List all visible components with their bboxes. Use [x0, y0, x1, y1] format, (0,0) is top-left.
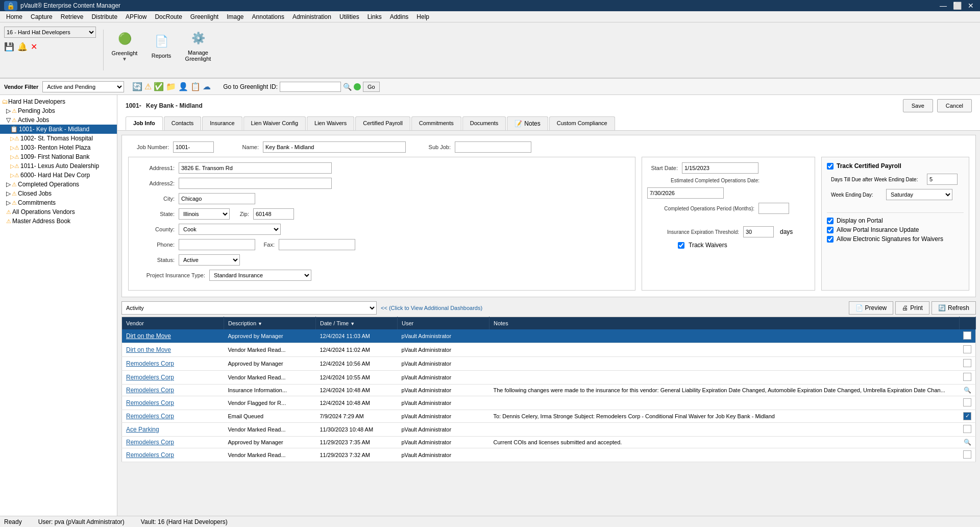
- vendor-link[interactable]: Remodelers Corp: [126, 387, 174, 394]
- menu-administration[interactable]: Administration: [288, 12, 335, 21]
- sidebar-item-all-vendors[interactable]: ⚠ All Operations Vendors: [0, 207, 117, 217]
- menu-annotations[interactable]: Annotations: [248, 12, 288, 21]
- dashboard-select[interactable]: Activity: [121, 301, 377, 315]
- row-checkbox[interactable]: ✓: [963, 412, 971, 420]
- tab-custom-compliance[interactable]: Custom Compliance: [549, 116, 615, 130]
- minimize-icon[interactable]: —: [938, 2, 949, 10]
- menu-apflow[interactable]: APFlow: [121, 12, 151, 21]
- tab-documents[interactable]: Documents: [462, 116, 506, 130]
- tab-job-info[interactable]: Job Info: [126, 116, 163, 130]
- tab-certified-payroll[interactable]: Certified Payroll: [355, 116, 410, 130]
- restore-icon[interactable]: ⬜: [951, 2, 964, 10]
- status-select[interactable]: Active Pending Closed: [179, 254, 240, 266]
- vendor-link[interactable]: Remodelers Corp: [126, 439, 174, 446]
- sidebar-item-1011[interactable]: ▷⚠ 1011- Lexus Auto Dealership: [0, 161, 117, 171]
- row-checkbox[interactable]: [963, 331, 971, 340]
- display-portal-checkbox[interactable]: [827, 218, 834, 224]
- save-icon[interactable]: 💾: [4, 42, 14, 52]
- sidebar-item-completed-ops[interactable]: ▷ ⚠ Completed Operations: [0, 180, 117, 189]
- menu-distribute[interactable]: Distribute: [87, 12, 121, 21]
- cancel-button[interactable]: Cancel: [937, 99, 972, 112]
- menu-addins[interactable]: Addins: [386, 12, 413, 21]
- row-search-icon[interactable]: 🔍: [964, 387, 971, 394]
- close-vault-icon[interactable]: ✕: [31, 42, 37, 52]
- menu-greenlight[interactable]: Greenlight: [186, 12, 223, 21]
- vendor-link[interactable]: Dirt on the Move: [126, 346, 171, 353]
- sidebar-item-1003[interactable]: ▷⚠ 1003- Renton Hotel Plaza: [0, 143, 117, 152]
- vendor-link[interactable]: Remodelers Corp: [126, 399, 174, 406]
- sidebar-item-commitments[interactable]: ▷ ⚠ Commitments: [0, 198, 117, 207]
- vendor-link[interactable]: Remodelers Corp: [126, 451, 174, 459]
- greenlight-id-input[interactable]: [280, 82, 341, 92]
- vendor-link[interactable]: Remodelers Corp: [126, 374, 174, 381]
- menu-capture[interactable]: Capture: [27, 12, 57, 21]
- vendor-link[interactable]: Dirt on the Move: [126, 332, 171, 340]
- preview-button[interactable]: 📄 Preview: [849, 301, 894, 315]
- tab-lien-waivers[interactable]: Lien Waivers: [307, 116, 354, 130]
- job-number-input[interactable]: [173, 141, 214, 153]
- week-ending-day-select[interactable]: Saturday Sunday Monday: [886, 189, 952, 200]
- cloud-filter-icon[interactable]: ☁: [203, 82, 211, 91]
- menu-help[interactable]: Help: [412, 12, 433, 21]
- fax-input[interactable]: [279, 239, 355, 250]
- state-select[interactable]: Illinois: [179, 208, 230, 220]
- vault-selector[interactable]: 16 - Hard Hat Developers: [4, 27, 96, 38]
- vendor-link[interactable]: Remodelers Corp: [126, 360, 174, 367]
- person-filter-icon[interactable]: 👤: [178, 82, 188, 91]
- menu-utilities[interactable]: Utilities: [335, 12, 363, 21]
- blue-filter-icon[interactable]: 📁: [166, 82, 176, 91]
- county-select[interactable]: Cook: [179, 224, 281, 235]
- menu-docroute[interactable]: DocRoute: [151, 12, 186, 21]
- doc-filter-icon[interactable]: 📋: [190, 82, 201, 91]
- phone-input[interactable]: [179, 239, 255, 250]
- refresh-button[interactable]: 🔄 Refresh: [932, 301, 976, 315]
- additional-dashboards-link[interactable]: << (Click to View Additional Dashboards): [381, 305, 482, 311]
- menu-retrieve[interactable]: Retrieve: [57, 12, 88, 21]
- insurance-threshold-input[interactable]: [743, 226, 774, 237]
- track-certified-checkbox[interactable]: [827, 163, 834, 170]
- sidebar-item-master-address[interactable]: ⚠ Master Address Book: [0, 217, 117, 226]
- allow-portal-checkbox[interactable]: [827, 227, 834, 233]
- print-button[interactable]: 🖨 Print: [895, 301, 929, 315]
- refresh-icon[interactable]: 🔄: [132, 82, 142, 91]
- sidebar-item-6000[interactable]: ▷⚠ 6000- Hard Hat Dev Corp: [0, 171, 117, 180]
- tab-lien-waiver-config[interactable]: Lien Waiver Config: [243, 116, 306, 130]
- row-search-icon[interactable]: 🔍: [964, 439, 971, 446]
- est-completed-input[interactable]: [647, 187, 724, 199]
- toolbar-manage-greenlight-btn[interactable]: ⚙️ Manage Greenlight: [180, 25, 216, 65]
- green-filter-icon[interactable]: ✅: [154, 82, 164, 91]
- project-insurance-select[interactable]: Standard Insurance: [209, 270, 311, 281]
- track-waivers-checkbox[interactable]: [678, 242, 684, 249]
- days-till-due-input[interactable]: [927, 174, 958, 185]
- vendor-link[interactable]: Ace Parking: [126, 426, 159, 433]
- save-button[interactable]: Save: [903, 99, 933, 112]
- zip-input[interactable]: [253, 208, 294, 220]
- sidebar-item-pending-jobs[interactable]: ▷ ⚠ Pending Jobs: [0, 106, 117, 115]
- name-input[interactable]: [263, 141, 406, 153]
- vendor-link[interactable]: Remodelers Corp: [126, 413, 174, 420]
- menu-image[interactable]: Image: [223, 12, 248, 21]
- sidebar-item-1002[interactable]: ▷⚠ 1002- St. Thomas Hospital: [0, 134, 117, 143]
- tab-commitments[interactable]: Commitments: [411, 116, 461, 130]
- toolbar-reports-btn[interactable]: 📄 Reports: [143, 25, 179, 65]
- sub-job-input[interactable]: [455, 141, 531, 153]
- go-button[interactable]: Go: [363, 82, 380, 92]
- bell-icon[interactable]: 🔔: [17, 42, 28, 52]
- city-input[interactable]: [179, 193, 255, 204]
- menu-home[interactable]: Home: [2, 12, 27, 21]
- tab-notes[interactable]: 📝 Notes: [507, 116, 548, 130]
- close-icon[interactable]: ✕: [966, 2, 976, 10]
- completed-period-input[interactable]: [758, 203, 789, 214]
- sidebar-item-active-jobs[interactable]: ▽ ⚠ Active Jobs: [0, 115, 117, 125]
- sidebar-root[interactable]: 🗂 Hard Hat Developers: [0, 97, 117, 106]
- address1-input[interactable]: [179, 162, 332, 174]
- tab-contacts[interactable]: Contacts: [164, 116, 201, 130]
- start-date-input[interactable]: [682, 162, 758, 174]
- search-icon[interactable]: 🔍: [343, 83, 352, 91]
- vendor-filter-select[interactable]: Active and Pending Active Pending All: [42, 81, 124, 92]
- sidebar-item-1001[interactable]: 📋 1001- Key Bank - Midland: [0, 125, 117, 134]
- allow-electronic-checkbox[interactable]: [827, 236, 834, 243]
- address2-input[interactable]: [179, 178, 332, 189]
- sidebar-item-closed-jobs[interactable]: ▷ ⚠ Closed Jobs: [0, 189, 117, 198]
- menu-links[interactable]: Links: [363, 12, 386, 21]
